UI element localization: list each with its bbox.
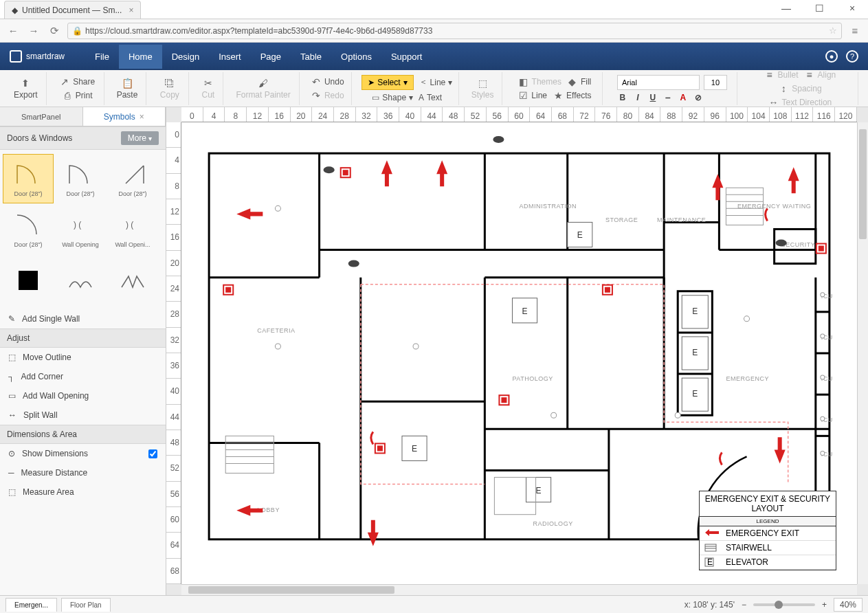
font-size-input[interactable] <box>704 75 727 90</box>
underline-button[interactable]: U <box>647 93 658 102</box>
menu-home[interactable]: Home <box>119 45 162 69</box>
font-color-button[interactable]: A <box>678 93 689 102</box>
italic-button[interactable]: I <box>632 93 643 102</box>
menu-design[interactable]: Design <box>162 45 209 69</box>
paste-button[interactable]: 📋Paste <box>114 76 141 101</box>
copy-button[interactable]: ⿻Copy <box>157 76 182 101</box>
vertical-scrollbar[interactable] <box>857 122 868 584</box>
bold-button[interactable]: B <box>617 93 628 102</box>
minimize-button[interactable]: — <box>770 0 802 16</box>
undo-button[interactable]: ↶Undo <box>311 76 344 87</box>
h-scroll-thumb[interactable] <box>188 586 394 594</box>
cut-button[interactable]: ✂Cut <box>199 76 218 101</box>
tab-smartpanel[interactable]: SmartPanel <box>0 107 83 126</box>
forward-button[interactable]: → <box>26 23 41 38</box>
move-outline-button[interactable]: ⬚Move Outline <box>0 348 166 367</box>
more-button[interactable]: More ▾ <box>121 131 159 145</box>
zoom-out-button[interactable]: − <box>742 600 746 610</box>
legend-row-stairwell: STAIRWELL <box>700 541 836 555</box>
close-tab-icon[interactable]: × <box>129 5 133 15</box>
symbol-wall-opening-2[interactable]: ) (Wall Openi... <box>107 205 158 254</box>
symbol-door-3[interactable]: Door (28") <box>107 154 158 203</box>
menu-options[interactable]: Options <box>331 45 381 69</box>
line-style-button[interactable]: ☑Line <box>518 90 547 101</box>
measure-area-button[interactable]: ⬚Measure Area <box>0 482 166 502</box>
show-dim-checkbox[interactable] <box>148 449 157 458</box>
svg-text:E: E <box>707 557 713 567</box>
line-tool-button[interactable]: ＜Line▾ <box>419 76 453 88</box>
symbol-solid[interactable] <box>3 256 54 305</box>
svg-point-88 <box>275 344 280 349</box>
horizontal-scrollbar[interactable] <box>181 584 857 595</box>
shape-icon: ▭ <box>372 93 379 102</box>
add-wall-opening-button[interactable]: ▭Add Wall Opening <box>0 386 166 405</box>
print-button[interactable]: ⎙Print <box>62 90 93 101</box>
menu-file[interactable]: File <box>85 45 119 69</box>
zoom-slider[interactable] <box>753 603 815 606</box>
text-tool-button[interactable]: AText <box>419 93 442 102</box>
url-field[interactable]: 🔒 https://cloud.smartdraw.com/editor.asp… <box>67 23 842 39</box>
menu-page[interactable]: Page <box>251 45 291 69</box>
export-button[interactable]: ⬆Export <box>11 76 41 101</box>
styles-button[interactable]: ⬚Styles <box>469 76 497 101</box>
split-wall-button[interactable]: ↔Split Wall <box>0 405 166 425</box>
share-button[interactable]: ↗Share <box>59 76 95 87</box>
app-logo[interactable]: smartdraw <box>10 50 65 63</box>
page-tab-floorplan[interactable]: Floor Plan <box>61 598 111 612</box>
help-icon[interactable]: ? <box>846 50 858 63</box>
bookmark-icon[interactable]: ☆ <box>829 25 837 36</box>
symbol-door-4[interactable]: Door (28") <box>3 205 54 254</box>
symbol-door-1[interactable]: Door (28") <box>3 154 54 203</box>
notification-icon[interactable]: ● <box>825 50 838 63</box>
align-button[interactable]: ≡Align <box>804 69 836 80</box>
lock-icon: 🔒 <box>72 26 82 36</box>
symbol-wall-opening-1[interactable]: ) (Wall Opening <box>55 205 106 254</box>
add-corner-button[interactable]: ┐Add Corner <box>0 367 166 386</box>
zoom-thumb[interactable] <box>775 601 783 609</box>
v-scroll-thumb[interactable] <box>859 129 867 239</box>
page-tab-emergency[interactable]: Emergen... <box>5 598 57 612</box>
symbol-door-2[interactable]: Door (28") <box>55 154 106 203</box>
drawing-canvas[interactable]: ADMINISTRATION STORAGE MAINTENANCE SECUR… <box>181 122 857 584</box>
browser-menu-icon[interactable]: ≡ <box>847 23 863 38</box>
align-icon: ≡ <box>804 69 815 80</box>
tab-symbols[interactable]: Symbols× <box>83 107 166 126</box>
format-painter-button[interactable]: 🖌Format Painter <box>233 76 293 101</box>
symbol-double-door-1[interactable] <box>55 256 106 305</box>
menu-support[interactable]: Support <box>381 45 432 69</box>
bullet-button[interactable]: ≡Bullet <box>764 69 799 80</box>
section-dimensions-header[interactable]: Dimensions & Area <box>0 425 166 444</box>
section-adjust-header[interactable]: Adjust <box>0 328 166 348</box>
effects-button[interactable]: ★Effects <box>553 90 591 101</box>
clear-format-button[interactable]: ⊘ <box>693 93 704 102</box>
browser-titlebar: ◆ Untitled Document — Sm... × — ☐ × <box>0 0 868 19</box>
spacing-button[interactable]: ↕Spacing <box>778 83 821 94</box>
tab-favicon: ◆ <box>12 5 18 15</box>
redo-button[interactable]: ↷Redo <box>311 90 344 101</box>
add-single-wall-button[interactable]: ✎Add Single Wall <box>0 309 166 328</box>
font-family-input[interactable] <box>617 75 700 90</box>
menu-table[interactable]: Table <box>291 45 331 69</box>
close-window-button[interactable]: × <box>836 0 868 16</box>
fill-button[interactable]: ◆Fill <box>567 76 591 87</box>
svg-text:EMERGENCY: EMERGENCY <box>726 375 769 382</box>
shape-tool-button[interactable]: ▭Shape▾ <box>372 93 413 102</box>
themes-button[interactable]: ◧Themes <box>518 76 561 87</box>
symbol-double-door-2[interactable] <box>107 256 158 305</box>
menu-insert[interactable]: Insert <box>209 45 251 69</box>
url-text: https://cloud.smartdraw.com/editor.aspx?… <box>85 26 432 36</box>
show-dimensions-toggle[interactable]: ⊙Show Dimensions <box>0 444 166 463</box>
strike-button[interactable]: ‒ <box>663 93 674 102</box>
zoom-in-button[interactable]: + <box>822 600 827 610</box>
reload-button[interactable]: ⟳ <box>47 23 62 38</box>
share-icon: ↗ <box>59 76 70 87</box>
browser-tab[interactable]: ◆ Untitled Document — Sm... × <box>4 1 141 19</box>
back-button[interactable]: ← <box>5 23 21 38</box>
zoom-level[interactable]: 40% <box>834 598 863 612</box>
text-direction-button[interactable]: ↔Text Direction <box>768 97 832 108</box>
select-tool-button[interactable]: ➤Select▾ <box>361 75 413 90</box>
logo-icon <box>10 50 22 63</box>
measure-distance-button[interactable]: ─Measure Distance <box>0 463 166 482</box>
maximize-button[interactable]: ☐ <box>803 0 835 16</box>
section-doors-header[interactable]: Doors & Windows More ▾ <box>0 126 166 150</box>
